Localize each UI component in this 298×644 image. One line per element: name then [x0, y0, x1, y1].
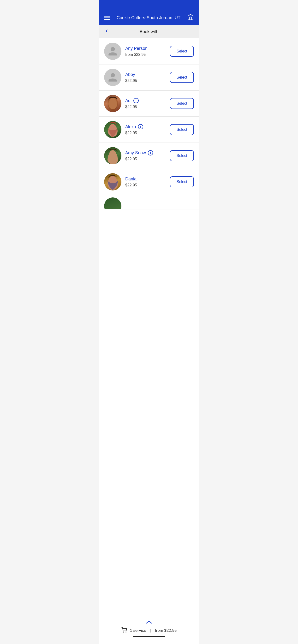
back-button[interactable] — [104, 28, 109, 35]
staff-price: $22.95 — [125, 131, 170, 135]
select-button-abby[interactable]: Select — [170, 72, 194, 83]
avatar — [104, 69, 121, 86]
staff-name: Any Person — [125, 46, 170, 51]
svg-point-6 — [107, 155, 118, 164]
home-indicator — [133, 636, 165, 637]
avatar — [104, 43, 121, 60]
staff-name: Abby — [125, 72, 170, 77]
list-item: Dania $22.95 Select — [99, 169, 199, 195]
staff-price: from $22.95 — [125, 52, 170, 57]
avatar — [104, 95, 121, 112]
select-button-adi[interactable]: Select — [170, 98, 194, 109]
select-button-alexa[interactable]: Select — [170, 124, 194, 135]
header-title: Cookie Cutters-South Jordan, UT — [113, 15, 184, 20]
staff-name: Dania — [125, 176, 170, 182]
page-title: Book with — [140, 29, 158, 34]
cart-icon — [121, 627, 127, 634]
staff-price: $22.95 — [125, 78, 170, 83]
avatar — [104, 147, 121, 164]
cart-summary: 1 service | from $22.95 — [104, 627, 194, 634]
staff-info: · — [125, 198, 194, 204]
select-button-dania[interactable]: Select — [170, 176, 194, 187]
staff-price: $22.95 — [125, 183, 170, 187]
staff-info: Any Person from $22.95 — [125, 46, 170, 57]
staff-info: Adi i $22.95 — [125, 98, 170, 109]
list-item: · — [99, 195, 199, 210]
list-item: Abby $22.95 Select — [99, 64, 199, 90]
list-item: Alexa i $22.95 Select — [99, 117, 199, 143]
info-icon[interactable]: i — [133, 98, 139, 103]
avatar — [104, 198, 121, 210]
staff-name: Adi i — [125, 98, 170, 103]
home-icon[interactable] — [187, 14, 194, 22]
avatar — [104, 121, 121, 138]
staff-list: Any Person from $22.95 Select Abby $22.9… — [99, 38, 199, 644]
staff-info: Abby $22.95 — [125, 72, 170, 83]
staff-info: Dania $22.95 — [125, 176, 170, 187]
separator: | — [150, 628, 151, 633]
info-icon[interactable]: i — [148, 150, 153, 156]
select-button-any-person[interactable]: Select — [170, 46, 194, 57]
svg-point-9 — [123, 632, 124, 632]
svg-point-10 — [126, 632, 126, 632]
staff-price: $22.95 — [125, 157, 170, 161]
subheader: Book with — [99, 25, 199, 38]
staff-info: Amy Snow i $22.95 — [125, 150, 170, 161]
list-item: Any Person from $22.95 Select — [99, 38, 199, 64]
info-icon[interactable]: i — [138, 124, 143, 130]
avatar — [104, 173, 121, 190]
staff-info: Alexa i $22.95 — [125, 124, 170, 135]
menu-button[interactable] — [104, 16, 110, 20]
total-price: from $22.95 — [155, 628, 177, 633]
status-bar — [99, 0, 199, 10]
list-item: Adi i $22.95 Select — [99, 90, 199, 117]
header: Cookie Cutters-South Jordan, UT — [99, 10, 199, 25]
staff-name: Amy Snow i — [125, 150, 170, 156]
staff-name: · — [125, 198, 194, 202]
service-count: 1 service — [130, 628, 146, 633]
list-item: Amy Snow i $22.95 Select — [99, 143, 199, 169]
bottom-bar: 1 service | from $22.95 — [99, 617, 199, 644]
select-button-amy-snow[interactable]: Select — [170, 150, 194, 161]
staff-price: $22.95 — [125, 105, 170, 109]
expand-chevron[interactable] — [104, 620, 194, 626]
staff-name: Alexa i — [125, 124, 170, 130]
